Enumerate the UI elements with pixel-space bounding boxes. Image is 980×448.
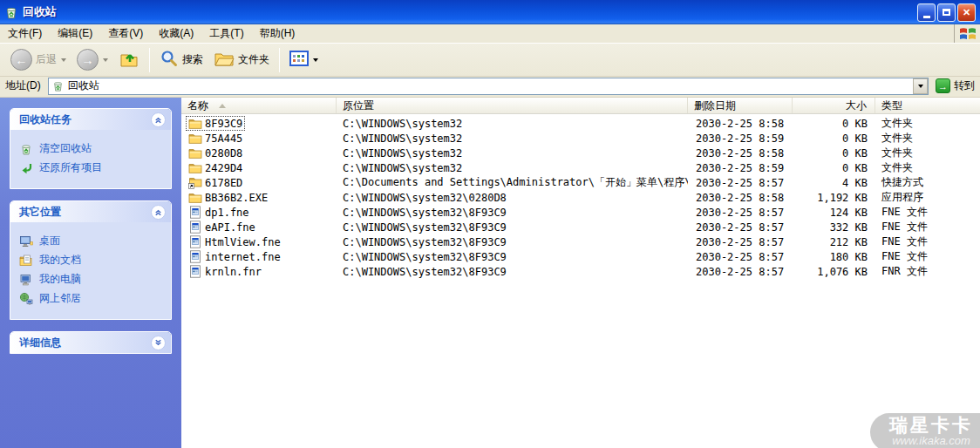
folders-button[interactable]: 文件夹 <box>208 46 275 73</box>
menu-item[interactable]: 工具(T) <box>201 24 251 43</box>
file-type: FNE 文件 <box>875 234 980 249</box>
sidebar-panel-header[interactable]: 详细信息 <box>10 332 171 353</box>
file-size: 0 KB <box>793 160 875 175</box>
table-row[interactable]: 6178ED C:\Documents and Settings\Adminis… <box>181 175 980 190</box>
file-name: dp1.fne <box>205 207 249 219</box>
file-type: FNR 文件 <box>875 264 980 279</box>
sidebar-item-label: 我的电脑 <box>39 272 81 287</box>
file-type: 应用程序 <box>875 190 980 205</box>
file-name: 8F93C9 <box>205 118 242 130</box>
address-dropdown-button[interactable] <box>913 78 928 94</box>
window-title: 回收站 <box>23 4 917 20</box>
file-size: 124 KB <box>793 205 875 220</box>
file-type: FNE 文件 <box>875 249 980 264</box>
file-name: BB36B2.EXE <box>205 192 268 204</box>
search-label: 搜索 <box>182 52 203 67</box>
column-header-size[interactable]: 大小 <box>793 98 875 113</box>
table-row[interactable]: krnln.fnr C:\WINDOWS\system32\8F93C9 203… <box>181 264 980 279</box>
table-row[interactable]: 2429D4 C:\WINDOWS\system32 2030-2-25 8:5… <box>181 160 980 175</box>
file-original-location: C:\WINDOWS\system32\8F93C9 <box>337 205 688 220</box>
menu-item[interactable]: 文件(F) <box>0 24 50 43</box>
sidebar-item-label: 网上邻居 <box>39 291 81 306</box>
sidebar-item[interactable]: 我的文档 <box>19 253 166 268</box>
table-row[interactable]: 0280D8 C:\WINDOWS\system32 2030-2-25 8:5… <box>181 146 980 160</box>
sidebar-panel-header[interactable]: 回收站任务 <box>10 109 171 130</box>
file-original-location: C:\WINDOWS\system32\8F93C9 <box>337 220 688 234</box>
search-icon <box>160 49 179 71</box>
fne-file-icon <box>188 235 202 248</box>
file-name: eAPI.fne <box>205 221 255 234</box>
search-button[interactable]: 搜索 <box>154 46 208 73</box>
address-label: 地址(D) <box>3 78 48 93</box>
sidebar-item[interactable]: 清空回收站 <box>19 141 166 156</box>
folder-shortcut-icon <box>188 176 202 189</box>
desktop-icon <box>19 234 33 248</box>
sidebar-item[interactable]: 网上邻居 <box>19 291 166 306</box>
table-row[interactable]: HtmlView.fne C:\WINDOWS\system32\8F93C9 … <box>181 234 980 249</box>
file-deleted-date: 2030-2-25 8:58 <box>688 190 793 205</box>
file-type: 文件夹 <box>875 146 980 160</box>
address-input[interactable]: 回收站 <box>68 78 913 93</box>
panel-title: 其它位置 <box>19 205 61 220</box>
sidebar-item-label: 桌面 <box>39 234 60 248</box>
views-button[interactable] <box>284 48 323 71</box>
go-button[interactable]: → 转到 <box>929 78 978 93</box>
menu-item[interactable]: 编辑(E) <box>50 24 100 43</box>
toolbar: ← 后退 → 搜索 文件夹 <box>0 44 980 77</box>
table-row[interactable]: 8F93C9 C:\WINDOWS\system32 2030-2-25 8:5… <box>181 116 980 131</box>
column-header-type[interactable]: 类型 <box>875 98 980 113</box>
address-combo[interactable]: 回收站 <box>48 78 929 95</box>
sidebar-item-label: 清空回收站 <box>39 141 92 156</box>
file-list-area: 名称 原位置 删除日期 大小 类型 8F93C9 C:\WINDOWS\syst… <box>181 98 980 448</box>
table-row[interactable]: internet.fne C:\WINDOWS\system32\8F93C9 … <box>181 249 980 264</box>
menu-item[interactable]: 帮助(H) <box>252 24 303 43</box>
column-header-location[interactable]: 原位置 <box>337 98 688 113</box>
computer-icon <box>19 273 33 287</box>
panel-title: 详细信息 <box>19 336 61 350</box>
file-name: internet.fne <box>205 251 281 263</box>
sidebar-panel-header[interactable]: 其它位置 <box>10 201 171 222</box>
close-button[interactable]: ✕ <box>957 3 976 22</box>
file-original-location: C:\WINDOWS\system32 <box>337 131 688 146</box>
chevron-up-icon[interactable] <box>151 205 166 220</box>
restore-icon <box>19 161 33 175</box>
documents-icon <box>19 254 33 268</box>
chevron-up-icon[interactable] <box>151 112 166 127</box>
back-button[interactable]: ← 后退 <box>5 46 71 73</box>
menu-item[interactable]: 收藏(A) <box>151 24 201 43</box>
panel-title: 回收站任务 <box>19 112 71 127</box>
fne-file-icon <box>188 221 202 234</box>
sidebar-panel: 其它位置 桌面 我的文档 我的电脑 网上邻居 <box>10 200 172 320</box>
go-label: 转到 <box>954 78 975 93</box>
sidebar-item[interactable]: 我的电脑 <box>19 272 166 287</box>
chevron-down-icon[interactable] <box>151 336 166 350</box>
sidebar-item[interactable]: 还原所有项目 <box>19 160 166 175</box>
addressbar: 地址(D) 回收站 → 转到 <box>0 77 980 98</box>
column-header-name[interactable]: 名称 <box>181 98 337 113</box>
folder-icon <box>188 117 202 130</box>
table-row[interactable]: BB36B2.EXE C:\WINDOWS\system32\0280D8 20… <box>181 190 980 205</box>
table-row[interactable]: eAPI.fne C:\WINDOWS\system32\8F93C9 2030… <box>181 220 980 234</box>
column-header-deleted[interactable]: 删除日期 <box>688 98 793 113</box>
toolbar-separator <box>149 48 150 72</box>
table-row[interactable]: 75A445 C:\WINDOWS\system32 2030-2-25 8:5… <box>181 131 980 146</box>
minimize-button[interactable] <box>917 3 936 22</box>
file-size: 0 KB <box>793 131 875 146</box>
file-deleted-date: 2030-2-25 8:57 <box>688 264 793 279</box>
window-controls: ✕ <box>917 3 976 22</box>
maximize-button[interactable] <box>937 3 956 22</box>
table-row[interactable]: dp1.fne C:\WINDOWS\system32\8F93C9 2030-… <box>181 205 980 220</box>
recycle-bin-icon <box>3 4 19 20</box>
toolbar-separator <box>279 48 280 72</box>
file-name: krnln.fnr <box>205 266 262 278</box>
file-size: 332 KB <box>793 220 875 234</box>
forward-button[interactable]: → <box>71 46 113 73</box>
titlebar: 回收站 ✕ <box>0 0 980 24</box>
up-button[interactable] <box>113 45 145 74</box>
folder-icon <box>188 146 202 160</box>
menu-item[interactable]: 查看(V) <box>100 24 151 43</box>
file-original-location: C:\Documents and Settings\Administrator\… <box>337 175 688 190</box>
file-deleted-date: 2030-2-25 8:57 <box>688 220 793 234</box>
sidebar-panel: 详细信息 <box>10 331 172 354</box>
sidebar-item[interactable]: 桌面 <box>19 234 166 248</box>
